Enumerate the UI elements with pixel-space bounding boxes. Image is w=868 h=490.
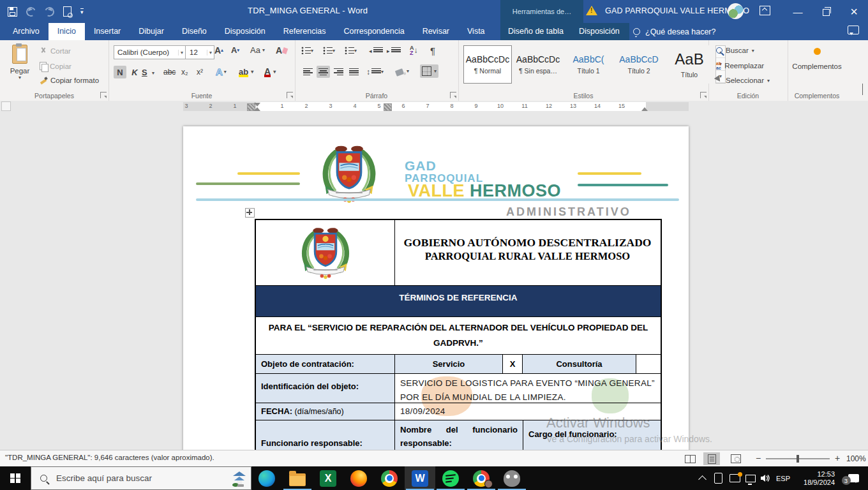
multilevel-list-button[interactable]: ▾ xyxy=(345,47,357,54)
taskbar-firefox[interactable] xyxy=(343,466,374,490)
avatar[interactable] xyxy=(728,3,744,19)
style-titulo2[interactable]: AaBbCcD Título 2 xyxy=(615,45,663,84)
objeto-label-cell[interactable]: Objeto de contratación: xyxy=(256,355,395,373)
save-icon[interactable] xyxy=(8,7,17,17)
find-button[interactable]: Buscar ▾ xyxy=(716,47,754,54)
read-mode-button[interactable] xyxy=(682,452,698,465)
terminos-banner-cell[interactable]: TÉRMINOS DE REFERENCIA xyxy=(256,286,661,316)
print-layout-button[interactable] xyxy=(703,452,720,465)
fecha-label-cell[interactable]: FECHA: (día/mes/año) xyxy=(256,403,395,420)
align-center-button[interactable] xyxy=(317,66,330,78)
hanging-indent-marker[interactable] xyxy=(254,107,260,111)
sort-button[interactable]: AZ ↓ xyxy=(410,45,418,56)
bold-button[interactable]: N xyxy=(114,66,126,78)
org-name-cell[interactable]: GOBIERNO AUTÓNOMO DESCENTRALIZADO PARROQ… xyxy=(395,220,660,285)
font-family-combo[interactable]: Calibri (Cuerpo) ▾ xyxy=(114,45,186,59)
font-size-combo[interactable]: 12 ▾ xyxy=(185,45,214,59)
tab-inicio[interactable]: Inicio xyxy=(49,23,85,40)
addins-button[interactable]: Complementos xyxy=(788,48,846,70)
strikethrough-button[interactable]: abc xyxy=(163,66,176,78)
servicio-mark-cell[interactable]: X xyxy=(503,355,523,373)
tray-tablet[interactable] xyxy=(711,466,725,490)
start-button[interactable] xyxy=(0,466,31,490)
tray-volume[interactable] xyxy=(758,466,772,490)
decrease-indent-button[interactable]: ◂ xyxy=(369,47,383,54)
print-preview-icon[interactable] xyxy=(63,6,71,17)
highlight-button[interactable]: ab▾ xyxy=(239,64,253,78)
increase-indent-button[interactable]: ▸ xyxy=(387,47,401,54)
table-column-marker[interactable] xyxy=(384,103,392,111)
paragraph-dialog-launcher[interactable] xyxy=(450,92,456,98)
clipboard-dialog-launcher[interactable] xyxy=(100,92,107,98)
tray-network[interactable] xyxy=(743,466,758,490)
zoom-slider[interactable] xyxy=(766,458,830,459)
replace-button[interactable]: abac Reemplazar xyxy=(716,61,764,70)
taskbar-spotify[interactable] xyxy=(435,466,466,490)
comments-icon[interactable] xyxy=(848,26,859,34)
tab-diseno[interactable]: Diseño xyxy=(173,23,216,40)
servicio-cell[interactable]: Servicio xyxy=(395,355,503,373)
identificacion-label-cell[interactable]: Identificación del objeto: xyxy=(256,374,395,403)
search-input[interactable] xyxy=(55,473,232,484)
align-left-button[interactable] xyxy=(301,66,315,78)
taskbar-chrome[interactable] xyxy=(374,466,405,490)
tab-dibujar[interactable]: Dibujar xyxy=(130,23,173,40)
customize-qat-icon[interactable]: ▾ xyxy=(80,8,84,15)
subscript-button[interactable]: x₂ xyxy=(181,66,188,78)
select-button[interactable]: Seleccionar ▾ xyxy=(716,76,770,85)
copy-button[interactable]: Copiar xyxy=(40,62,71,70)
funcionario-label-cell[interactable]: Funcionario responsable: xyxy=(256,420,395,450)
underline-caret-icon[interactable]: ▾ xyxy=(152,70,154,76)
align-right-button[interactable] xyxy=(332,66,345,78)
ribbon-display-options-icon[interactable] xyxy=(760,6,770,15)
grow-font-button[interactable]: A▴ xyxy=(214,45,223,56)
cut-button[interactable]: Cortar xyxy=(40,47,71,55)
show-marks-button[interactable]: ¶ xyxy=(430,45,435,56)
change-case-button[interactable]: Aa▾ xyxy=(250,45,265,55)
format-painter-button[interactable]: Copiar formato xyxy=(40,77,99,84)
shrink-font-button[interactable]: A▾ xyxy=(231,45,239,55)
clock[interactable]: 12:53 18/9/2024 xyxy=(795,466,835,490)
font-dialog-launcher[interactable] xyxy=(287,92,293,98)
bullet-list-button[interactable]: ▾ xyxy=(301,47,313,54)
styles-dialog-launcher[interactable] xyxy=(700,92,707,98)
subject-cell[interactable]: PARA EL “SERVICIO DE REPARACIÓN DEL ALTE… xyxy=(256,317,661,354)
minimize-button[interactable]: — xyxy=(784,0,812,23)
taskbar-chrome-profile[interactable] xyxy=(466,466,497,490)
castle-highlight-icon[interactable] xyxy=(232,470,247,487)
style-titulo[interactable]: AaB Título xyxy=(665,45,714,84)
ruler-corner-box[interactable] xyxy=(1,101,11,111)
tab-correspondencia[interactable]: Correspondencia xyxy=(334,23,413,40)
redo-icon[interactable] xyxy=(43,5,56,17)
undo-icon[interactable] xyxy=(25,5,37,17)
taskbar-search[interactable] xyxy=(31,466,251,490)
tell-me-box[interactable]: ¿Qué desea hacer? xyxy=(633,23,716,40)
nombre-header-cell[interactable]: Nombre del funcionario responsable: xyxy=(395,420,523,450)
consultoria-mark-cell[interactable] xyxy=(636,355,661,373)
consultoria-cell[interactable]: Consultoría xyxy=(523,355,636,373)
zoom-slider-thumb[interactable] xyxy=(797,455,799,463)
identificacion-value-cell[interactable]: SERVICIO DE LOGISTICA PARA EVENTO “MINGA… xyxy=(395,374,661,403)
taskbar-gimp[interactable] xyxy=(497,466,527,490)
zoom-in-button[interactable]: + xyxy=(835,453,840,463)
notification-center[interactable]: 3 xyxy=(844,466,863,490)
justify-button[interactable] xyxy=(347,66,361,78)
document-page[interactable]: GAD PARROQUIAL VALLE HERMOSO ADMINISTRAT… xyxy=(183,126,689,450)
numbered-list-button[interactable]: ▾ xyxy=(323,47,335,54)
tab-revisar[interactable]: Revisar xyxy=(414,23,458,40)
style-titulo1[interactable]: AaBbC( Título 1 xyxy=(564,45,613,84)
collapse-ribbon-button[interactable] xyxy=(862,84,863,96)
right-indent-marker[interactable] xyxy=(641,107,648,111)
restore-button[interactable] xyxy=(812,0,840,23)
clear-formatting-button[interactable]: A xyxy=(276,45,287,56)
close-button[interactable]: × xyxy=(840,0,868,23)
tab-disposicion-tabla[interactable]: Disposición xyxy=(571,23,627,40)
tab-diseno-de-tabla[interactable]: Diseño de tabla xyxy=(500,23,571,40)
underline-button[interactable]: S xyxy=(142,66,147,78)
table-move-handle[interactable] xyxy=(245,208,255,218)
line-spacing-button[interactable]: ↕▾ xyxy=(366,66,384,78)
style-normal[interactable]: AaBbCcDc ¶ Normal xyxy=(463,45,512,84)
paste-button[interactable]: Pegar ▾ xyxy=(5,45,34,80)
web-layout-button[interactable] xyxy=(728,452,744,465)
borders-button[interactable]: ▾ xyxy=(420,64,438,78)
